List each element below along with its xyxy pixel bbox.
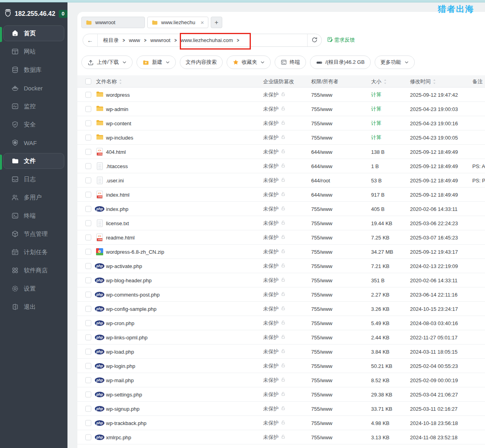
sidebar-item-logout[interactable]: 退出 [0,299,67,316]
back-button[interactable]: ← [83,34,98,46]
file-name[interactable]: wp-signup.php [106,406,140,412]
file-name[interactable]: xmlrpc.php [106,434,131,440]
sidebar-item-multiuser[interactable]: 多用户 [0,190,67,207]
breadcrumb-segment[interactable]: www [129,37,140,43]
sort-icon[interactable] [119,79,122,84]
sidebar-item-docker[interactable]: Docker [0,80,67,98]
breadcrumb-segment[interactable]: wwwroot [150,37,171,43]
row-checkbox[interactable] [85,191,91,197]
row-checkbox[interactable] [85,391,91,397]
row-checkbox[interactable] [85,149,91,155]
toolbar-button--46-2-gb[interactable]: /(根目录)46.2 GB [310,56,371,69]
file-name[interactable]: wp-settings.php [106,391,142,397]
row-checkbox[interactable] [85,306,91,312]
file-name[interactable]: wp-load.php [106,348,134,354]
permission-owner: 644/www [311,149,332,155]
calc-size-link[interactable]: 计算 [371,134,381,141]
tamper-status: 未保护 [263,362,286,370]
file-name[interactable]: license.txt [106,220,129,226]
sidebar-item-files[interactable]: 文件 [0,153,67,170]
row-checkbox[interactable] [85,434,91,440]
sidebar-item-monitor[interactable]: 监控 [0,98,67,116]
row-checkbox[interactable] [85,363,91,369]
row-checkbox[interactable] [85,406,91,412]
row-checkbox[interactable] [85,163,91,169]
sidebar-item-settings[interactable]: 设置 [0,281,67,298]
sort-icon[interactable] [433,79,436,84]
row-checkbox[interactable] [85,348,91,354]
unlock-icon [281,249,286,255]
row-checkbox[interactable] [85,249,91,255]
calc-size-link[interactable]: 计算 [371,91,381,98]
row-checkbox[interactable] [85,334,91,340]
breadcrumb-segment[interactable]: 根目录 [103,37,119,44]
toolbar-button--[interactable]: 上传/下载 [81,56,133,69]
sidebar-item-logs[interactable]: 日志 [0,171,67,189]
sidebar-item-cron[interactable]: 计划任务 [0,244,67,262]
tab-wwwroot[interactable]: wwwroot [81,17,145,28]
file-name[interactable]: index.html [106,191,129,197]
toolbar-button--[interactable]: 收藏夹 [227,56,271,69]
row-checkbox[interactable] [85,206,91,212]
file-type-icon-cell [94,91,105,99]
feedback-link[interactable]: 需求反馈 [327,36,355,44]
file-name[interactable]: index.php [106,206,128,212]
file-name[interactable]: wp-includes [106,134,133,140]
sidebar-item-terminal[interactable]: 终端 [0,208,67,225]
row-checkbox[interactable] [85,120,91,126]
breadcrumb-segment[interactable]: www.liezhechuhai.com [181,37,233,43]
sidebar-item-app-store[interactable]: 软件商店 [0,262,67,280]
select-all-checkbox[interactable] [85,75,91,88]
file-name[interactable]: readme.html [106,234,135,240]
row-checkbox[interactable] [85,220,91,226]
file-name[interactable]: 404.html [106,149,126,155]
file-name[interactable]: wp-config-sample.php [106,306,156,312]
sort-icon[interactable] [383,79,387,84]
row-checkbox[interactable] [85,177,91,183]
sidebar-item-waf[interactable]: WAF [0,135,67,152]
file-name[interactable]: wordpress-6.8-zh_CN.zip [106,249,164,255]
file-name[interactable]: wordpress [106,92,130,98]
file-name[interactable]: wp-cron.php [106,320,135,326]
file-name[interactable]: wp-comments-post.php [106,291,160,297]
sidebar-item-label: 设置 [24,285,36,293]
toolbar-button--[interactable]: 文件内容搜索 [180,56,223,69]
file-name[interactable]: wp-links-opml.php [106,334,148,340]
file-name[interactable]: wp-activate.php [106,263,142,269]
file-name[interactable]: wp-mail.php [106,377,134,383]
toolbar-button--[interactable]: 终端 [275,56,306,69]
file-name[interactable]: .user.ini [106,177,124,183]
sidebar-item-database[interactable]: 数据库 [0,62,67,79]
toolbar-button--[interactable]: 更多功能 [375,56,415,69]
row-checkbox[interactable] [85,106,91,112]
row-checkbox[interactable] [85,263,91,269]
row-checkbox[interactable] [85,92,91,98]
file-name[interactable]: wp-admin [106,106,128,112]
file-name[interactable]: wp-trackback.php [106,420,146,426]
row-checkbox[interactable] [85,134,91,140]
refresh-button[interactable] [307,34,321,46]
row-checkbox[interactable] [85,420,91,426]
column-header: 权限/所有者 [311,75,339,88]
file-name[interactable]: wp-login.php [106,363,135,369]
tab-www-liezhechu[interactable]: www.liezhechu × [147,17,208,28]
sidebar-item-home[interactable]: 首页 [0,25,67,43]
sidebar-item-website[interactable]: 网站 [0,44,67,61]
sidebar-item-security[interactable]: 安全 [0,117,67,134]
file-name[interactable]: .htaccess [106,163,128,169]
row-checkbox[interactable] [85,277,91,283]
calc-size-link[interactable]: 计算 [371,120,381,127]
row-checkbox[interactable] [85,234,91,240]
risk-count-badge[interactable]: 0 [59,10,67,18]
row-checkbox[interactable] [85,320,91,326]
sidebar-item-label: 软件商店 [24,267,48,274]
calc-size-link[interactable]: 计算 [371,105,381,113]
new-tab-button[interactable]: + [211,17,222,28]
row-checkbox[interactable] [85,377,91,383]
close-icon[interactable]: × [197,19,204,25]
row-checkbox[interactable] [85,291,91,297]
toolbar-button--[interactable]: 新建 [137,56,176,69]
file-name[interactable]: wp-content [106,120,131,126]
file-name[interactable]: wp-blog-header.php [106,277,152,283]
sidebar-item-node-manage[interactable]: 节点管理 [0,226,67,243]
